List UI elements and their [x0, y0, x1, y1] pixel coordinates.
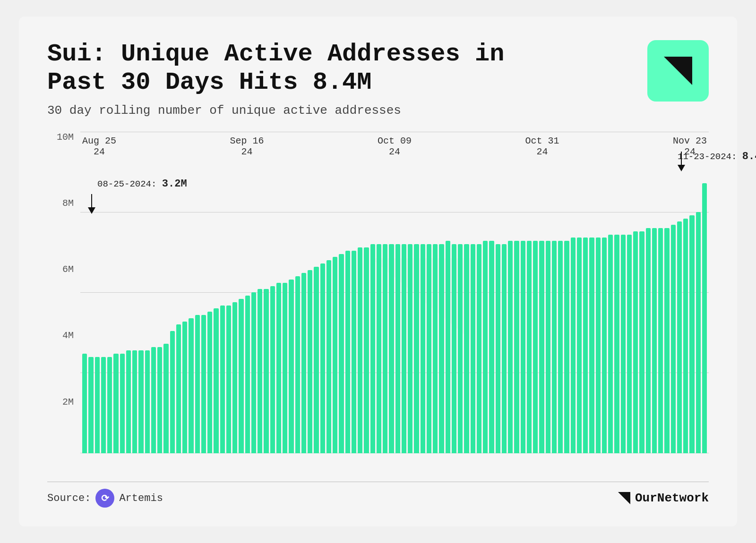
chart-bar [207, 312, 212, 453]
chart-bar [314, 267, 318, 453]
chart-bar [226, 305, 231, 453]
ournetwork-brand-icon [617, 491, 631, 505]
chart-bar [508, 241, 513, 453]
ournetwork-brand: OurNetwork [617, 491, 709, 505]
artemis-logo: ⟳ [95, 489, 114, 508]
chart-bar [521, 241, 525, 453]
source-block: Source: ⟳ Artemis [47, 489, 163, 508]
chart-bar [671, 225, 676, 453]
chart-bar [239, 299, 243, 453]
chart-bar [163, 344, 168, 453]
chart-bar [677, 221, 682, 453]
chart-bar [258, 289, 262, 453]
chart-bar [477, 244, 481, 453]
chart-bar [201, 315, 206, 453]
chart-title: Sui: Unique Active Addresses in Past 30 … [47, 40, 567, 97]
chart-bar [446, 241, 450, 453]
chart-bar [614, 235, 619, 453]
chart-bar [571, 238, 576, 453]
chart-bar [126, 350, 131, 453]
chart-bar [107, 357, 112, 453]
chart-bar [214, 308, 218, 453]
annotation-left-line [91, 194, 92, 207]
chart-bar [433, 244, 438, 453]
chart-bar [702, 183, 707, 453]
chart-bar [358, 247, 362, 453]
chart-bar [270, 286, 275, 453]
chart-bar [583, 238, 588, 453]
chart-bar [345, 251, 350, 453]
chart-bar [120, 354, 125, 453]
chart-bar [633, 231, 638, 453]
chart-bar [621, 235, 626, 453]
chart-bar [251, 292, 256, 453]
footer: Source: ⟳ Artemis OurNetwork [47, 482, 709, 508]
chart-bar [95, 357, 100, 453]
chart-bar [138, 350, 143, 453]
main-card: Sui: Unique Active Addresses in Past 30 … [19, 17, 737, 526]
chart-bar [220, 305, 225, 453]
chart-bar [101, 357, 106, 453]
chart-bar [352, 251, 356, 453]
chart-bar [370, 244, 375, 453]
chart-bar [289, 280, 293, 453]
chart-bar [157, 347, 162, 453]
annotation-left-arrow [88, 207, 95, 214]
chart-bar [245, 296, 250, 453]
chart-bar [176, 324, 181, 453]
chart-bar [627, 235, 632, 453]
chart-bar [589, 238, 594, 453]
chart-bar [82, 354, 87, 453]
chart-bar [602, 238, 607, 453]
title-main: Unique Active Addresses in Past 30 Days … [47, 40, 504, 96]
annotation-left: 08-25-2024: 3.2M [88, 193, 95, 214]
chart-bar [364, 247, 369, 453]
chart-bar [326, 260, 331, 453]
chart-bar [696, 212, 701, 453]
annotation-right-text: 11-23-2024: 8.4M [678, 151, 756, 162]
svg-marker-3 [618, 492, 630, 504]
chart-bar [483, 241, 488, 453]
y-axis-label: 10M [57, 132, 74, 143]
chart-area: 10M8M6M4M2M [47, 132, 709, 472]
ournetwork-label: OurNetwork [635, 491, 709, 505]
chart-bar [514, 241, 519, 453]
chart-bar [301, 273, 306, 453]
chart-bar [558, 241, 563, 453]
chart-bar [658, 228, 663, 453]
chart-bar [639, 231, 644, 453]
y-axis-label: 2M [62, 397, 74, 407]
chart-bar [577, 238, 582, 453]
chart-bar [151, 347, 156, 453]
chart-bar [283, 283, 287, 453]
chart-inner: 10M8M6M4M2M [47, 132, 709, 472]
chart-bar [308, 270, 312, 453]
chart-bar [232, 302, 237, 453]
chart-bar [421, 244, 425, 453]
title-prefix: Sui: [47, 40, 106, 68]
chart-bar [502, 244, 507, 453]
y-axis-label: 6M [62, 264, 74, 275]
chart-bar [333, 257, 337, 453]
chart-bar [408, 244, 412, 453]
source-label: Source: [47, 492, 91, 504]
chart-bar [564, 241, 569, 453]
chart-bar [452, 244, 456, 453]
chart-bar [596, 238, 601, 453]
chart-bar [276, 283, 281, 453]
chart-bar [458, 244, 463, 453]
chart-bar [527, 241, 532, 453]
chart-bar [427, 244, 431, 453]
chart-bar [439, 244, 444, 453]
chart-bar [496, 244, 500, 453]
chart-bar [464, 244, 469, 453]
annotation-right: 11-23-2024: 8.4M [678, 151, 685, 171]
chart-bar [652, 228, 657, 453]
chart-bar [646, 228, 651, 453]
annotation-right-arrow [678, 165, 685, 171]
chart-bar [132, 350, 137, 453]
chart-bar [189, 318, 193, 453]
chart-bar [195, 315, 200, 453]
chart-bar [539, 241, 544, 453]
chart-bar [295, 276, 300, 453]
